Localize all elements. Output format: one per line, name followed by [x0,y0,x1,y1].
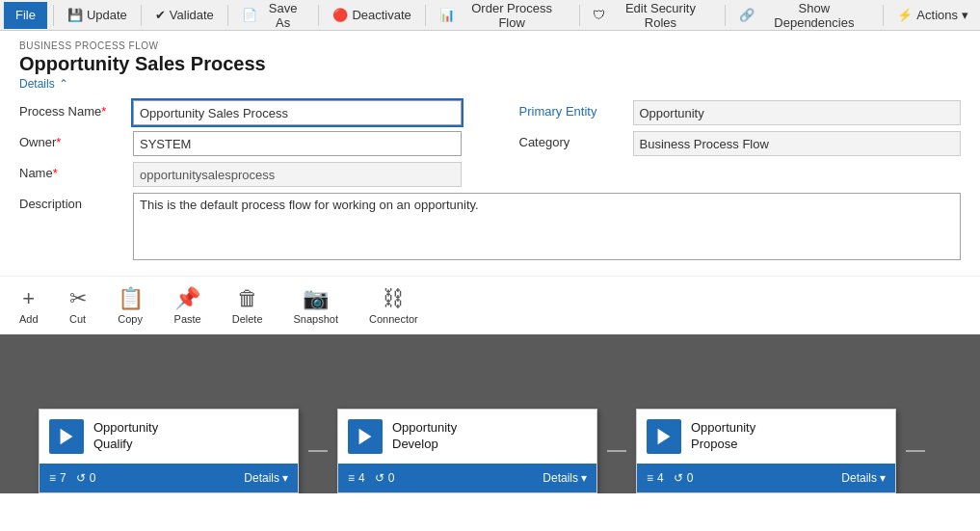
copy-button[interactable]: 📋 Copy [114,284,147,327]
connector-button[interactable]: ⛓ Connector [365,284,422,327]
save-as-button[interactable]: 📄 Save As [234,2,313,29]
update-icon: 💾 [67,8,83,22]
steps-icon: ≡ [348,471,355,485]
details-label: Details [543,471,578,485]
actions-toolbar: + Add ✂ Cut 📋 Copy 📌 Paste 🗑 Delete 📷 Sn… [0,276,980,334]
actions-label: Actions [916,8,958,22]
save-as-label: Save As [261,1,305,30]
stage-qualify-loops: ↺ 0 [76,471,96,485]
svg-marker-1 [359,429,372,445]
details-label: Details [244,471,279,485]
details-chevron-icon: ▾ [581,471,587,485]
order-process-flow-button[interactable]: 📊 Order Process Flow [432,2,573,29]
form-right-col: Primary Entity Category [519,100,962,193]
name-label: Name* [19,162,125,180]
copy-icon: 📋 [118,286,144,311]
edit-security-roles-icon: 🛡 [593,8,605,22]
svg-marker-2 [658,429,671,445]
cut-icon: ✂ [69,286,87,311]
description-label: Description [19,193,125,211]
add-icon: + [22,286,35,311]
loops-icon: ↺ [76,471,86,485]
stage-propose[interactable]: Opportunity Propose ≡ 4 ↺ 0 Details ▾ [636,409,896,493]
stage-qualify-name: Opportunity Qualify [93,420,158,453]
stage-develop[interactable]: Opportunity Develop ≡ 4 ↺ 0 Details ▾ [337,409,597,493]
order-process-flow-icon: 📊 [439,8,455,22]
stage-qualify-arrow-icon [56,426,77,447]
loops-count: 0 [90,471,96,485]
stage-propose-details-btn[interactable]: Details ▾ [841,471,886,485]
deactivate-label: Deactivate [352,8,411,22]
category-row: Category [519,131,962,156]
stage-develop-icon-box [348,419,383,454]
owner-row: Owner* [19,131,462,156]
order-process-flow-label: Order Process Flow [459,1,566,30]
actions-button[interactable]: ⚡ Actions ▾ [889,2,976,29]
snapshot-icon: 📷 [303,286,329,311]
edit-security-roles-button[interactable]: 🛡 Edit Security Roles [585,2,719,29]
snapshot-button[interactable]: 📷 Snapshot [290,284,342,327]
save-as-icon: 📄 [242,8,257,22]
add-label: Add [19,313,39,325]
deactivate-icon: 🔴 [332,8,348,22]
stage-develop-name: Opportunity Develop [392,420,457,453]
validate-label: Validate [170,8,214,22]
toolbar-separator-2 [141,5,142,26]
process-name-input[interactable] [133,100,462,125]
toolbar-separator-1 [53,5,54,26]
primary-entity-label: Primary Entity [519,100,625,119]
toolbar-separator-8 [883,5,884,26]
copy-label: Copy [118,313,143,325]
description-row: Description [19,193,961,260]
paste-label: Paste [174,313,201,325]
toolbar-separator-4 [318,5,319,26]
paste-button[interactable]: 📌 Paste [171,284,205,327]
details-label: Details [841,471,877,485]
owner-input[interactable] [133,131,462,156]
main-toolbar: File 💾 Update ✔ Validate 📄 Save As 🔴 Dea… [0,0,980,31]
cut-button[interactable]: ✂ Cut [66,284,91,327]
loops-icon: ↺ [375,471,384,485]
show-dependencies-button[interactable]: 🔗 Show Dependencies [731,2,877,29]
stage-propose-icon-box [647,419,681,454]
details-chevron-icon: ▾ [282,471,288,485]
name-row: Name* [19,162,462,187]
process-name-label: Process Name* [19,100,125,119]
actions-chevron-icon: ▾ [962,8,968,22]
stage-qualify-header: Opportunity Qualify [40,410,298,464]
details-arrow-icon: ⌃ [59,77,68,91]
deactivate-button[interactable]: 🔴 Deactivate [325,2,418,29]
main-content: BUSINESS PROCESS FLOW Opportunity Sales … [0,31,980,276]
update-button[interactable]: 💾 Update [60,2,135,29]
stage-develop-details-btn[interactable]: Details ▾ [543,471,587,485]
owner-required: * [56,135,61,149]
steps-icon: ≡ [49,471,56,485]
connector-label: Connector [369,313,418,325]
stage-qualify[interactable]: Opportunity Qualify ≡ 7 ↺ 0 Details ▾ [39,409,299,493]
actions-icon: ⚡ [897,8,913,22]
delete-button[interactable]: 🗑 Delete [228,284,267,327]
stage-propose-arrow-icon [653,426,675,447]
add-button[interactable]: + Add [15,284,42,327]
stage-develop-header: Opportunity Develop [338,410,596,464]
svg-marker-0 [61,429,73,445]
process-name-row: Process Name* [19,100,462,125]
stage-develop-loops: ↺ 0 [375,471,395,485]
description-textarea[interactable] [133,193,961,260]
validate-icon: ✔ [155,8,166,22]
stage-qualify-icon-box [49,419,84,454]
details-link[interactable]: Details ⌃ [19,77,961,91]
show-dependencies-icon: 🔗 [739,8,755,22]
validate-button[interactable]: ✔ Validate [147,2,222,29]
name-required: * [53,166,58,180]
stage-qualify-details-btn[interactable]: Details ▾ [244,471,288,485]
bpf-label: BUSINESS PROCESS FLOW [19,40,961,51]
name-input[interactable] [133,162,462,187]
show-dependencies-label: Show Dependencies [758,1,869,30]
steps-count: 7 [60,471,66,485]
canvas-area: Opportunity Qualify ≡ 7 ↺ 0 Details ▾ [0,334,980,493]
file-button[interactable]: File [4,2,47,29]
stage-propose-name: Opportunity Propose [691,420,755,453]
category-label: Category [519,131,625,149]
details-link-text: Details [19,77,55,91]
